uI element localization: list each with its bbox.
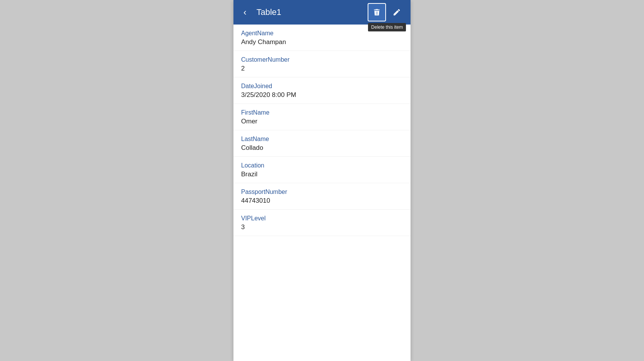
page-title: Table1 <box>256 7 368 17</box>
field-group: FirstNameOmer <box>233 104 411 130</box>
field-label: AgentName <box>241 30 403 37</box>
field-label: PassportNumber <box>241 189 403 195</box>
field-label: LastName <box>241 136 403 143</box>
header-actions: Delete this item <box>368 3 406 21</box>
pencil-icon <box>393 8 401 16</box>
field-group: LocationBrazil <box>233 157 411 183</box>
field-group: DateJoined3/25/2020 8:00 PM <box>233 77 411 104</box>
field-group: VIPLevel3 <box>233 210 411 236</box>
field-group: AgentNameAndy Champan <box>233 25 411 51</box>
field-group: PassportNumber44743010 <box>233 183 411 210</box>
field-label: CustomerNumber <box>241 56 403 63</box>
page-background: ‹ Table1 Delete this item AgentNameAn <box>0 0 644 361</box>
field-group: LastNameCollado <box>233 130 411 157</box>
main-panel: ‹ Table1 Delete this item AgentNameAn <box>233 0 411 361</box>
record-content: AgentNameAndy ChampanCustomerNumber2Date… <box>233 25 411 361</box>
back-button[interactable]: ‹ <box>238 5 252 19</box>
field-value: 3/25/2020 8:00 PM <box>241 91 403 99</box>
field-value: Brazil <box>241 171 403 178</box>
header: ‹ Table1 Delete this item <box>233 0 411 25</box>
field-value: 2 <box>241 65 403 72</box>
field-value: Omer <box>241 118 403 125</box>
delete-button[interactable] <box>368 3 386 21</box>
field-value: 44743010 <box>241 197 403 205</box>
field-group: CustomerNumber2 <box>233 51 411 77</box>
trash-icon <box>373 8 381 16</box>
field-label: DateJoined <box>241 83 403 90</box>
field-value: Andy Champan <box>241 38 403 46</box>
field-label: FirstName <box>241 109 403 116</box>
field-value: Collado <box>241 144 403 152</box>
field-label: VIPLevel <box>241 215 403 222</box>
back-arrow-icon: ‹ <box>243 8 246 17</box>
edit-button[interactable] <box>388 3 406 21</box>
field-value: 3 <box>241 223 403 231</box>
field-label: Location <box>241 162 403 169</box>
